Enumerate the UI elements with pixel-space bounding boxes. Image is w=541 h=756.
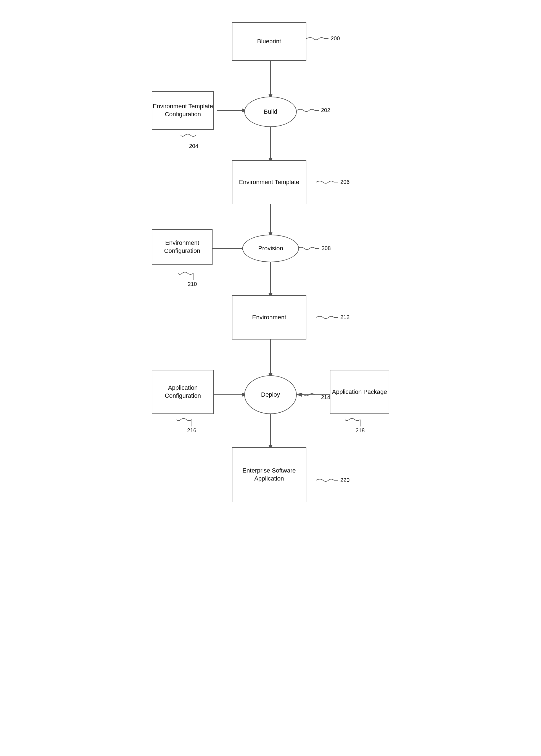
env-config-box: Environment Configuration — [152, 229, 213, 265]
app-package-label: Application Package — [332, 388, 387, 396]
environment-ref: 212 — [340, 314, 349, 320]
blueprint-ref: 200 — [331, 35, 340, 42]
deploy-ref: 214 — [321, 394, 330, 401]
app-config-ref: 216 — [187, 427, 196, 434]
app-package-box: Application Package — [330, 370, 389, 414]
app-package-ref: 218 — [355, 427, 365, 434]
env-template-ref: 206 — [340, 179, 349, 185]
env-config-ref: 210 — [188, 281, 197, 287]
enterprise-app-label: Enterprise Software Application — [233, 467, 306, 483]
provision-label: Provision — [258, 245, 283, 252]
blueprint-box: Blueprint — [232, 22, 306, 61]
env-template-config-label: Environment Template Configuration — [152, 102, 213, 118]
blueprint-label: Blueprint — [257, 38, 281, 46]
deploy-label: Deploy — [261, 391, 280, 398]
build-box: Build — [244, 97, 297, 127]
provision-box: Provision — [242, 234, 299, 262]
enterprise-app-box: Enterprise Software Application — [232, 447, 306, 502]
provision-ref: 208 — [321, 245, 331, 251]
diagram-container: Blueprint 200 Build 202 Environment Temp… — [146, 17, 395, 740]
build-label: Build — [264, 108, 277, 115]
enterprise-app-ref: 220 — [340, 477, 349, 483]
app-config-label: Application Configuration — [152, 384, 213, 400]
svg-marker-17 — [297, 393, 302, 397]
env-template-label: Environment Template — [239, 178, 299, 186]
env-template-config-box: Environment Template Configuration — [152, 91, 214, 130]
build-ref: 202 — [321, 107, 330, 114]
environment-label: Environment — [252, 313, 286, 322]
env-template-config-ref: 204 — [189, 143, 198, 149]
deploy-box: Deploy — [244, 375, 297, 414]
env-template-box: Environment Template — [232, 160, 306, 204]
environment-box: Environment — [232, 295, 306, 339]
app-config-box: Application Configuration — [152, 370, 214, 414]
env-config-label: Environment Configuration — [152, 239, 212, 255]
